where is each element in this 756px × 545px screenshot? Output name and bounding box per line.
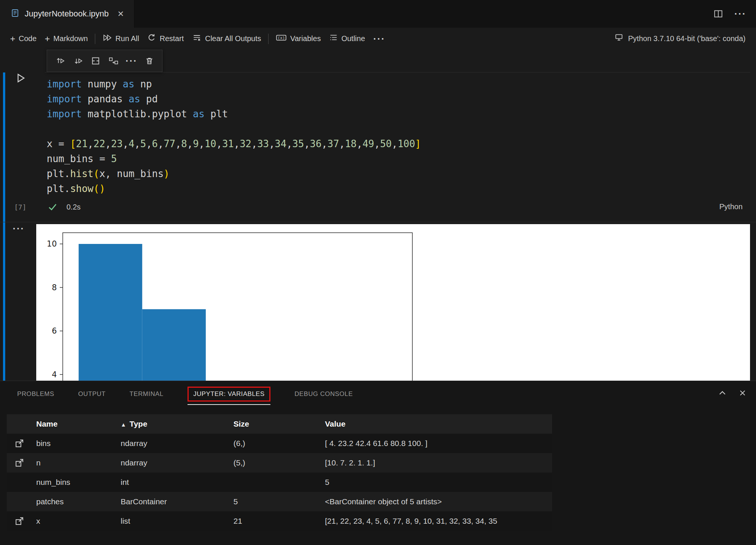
variable-name: x: [30, 517, 116, 526]
delete-cell-icon[interactable]: [141, 53, 158, 69]
code-line[interactable]: [47, 121, 421, 136]
toolbar-separator: [268, 34, 269, 44]
output-divider: [0, 222, 756, 222]
execute-above-icon[interactable]: [52, 53, 68, 69]
variable-row-x[interactable]: xlist21[21, 22, 23, 4, 5, 6, 77, 8, 9, 1…: [7, 511, 552, 531]
panel-tab-output[interactable]: OUTPUT: [78, 388, 105, 400]
kernel-picker[interactable]: Python 3.7.10 64-bit ('base': conda): [614, 33, 756, 44]
svg-text:6: 6: [52, 326, 57, 335]
add-markdown-cell-button[interactable]: + Markdown: [41, 32, 92, 46]
variable-row-n[interactable]: nndarray(5,)[10. 7. 2. 1. 1.]: [7, 453, 552, 473]
notebook-toolbar: + Code + Markdown Run All Restart: [0, 28, 756, 50]
variable-type: list: [116, 517, 227, 526]
execute-below-icon[interactable]: [69, 53, 86, 69]
clear-all-outputs-label: Clear All Outputs: [205, 34, 261, 43]
code-line[interactable]: import matplotlib.pyplot as plt: [47, 106, 421, 121]
execution-count: [7]: [14, 203, 27, 211]
variable-row-patches[interactable]: patchesBarContainer5<BarContainer object…: [7, 492, 552, 511]
histogram-figure: 46810: [36, 224, 750, 381]
cell-toolbar: ···: [47, 50, 162, 72]
editor-more-actions-icon[interactable]: ···: [734, 9, 746, 19]
variables-header-row: Name ▲Type Size Value: [7, 414, 552, 434]
variable-size: 21: [227, 517, 318, 526]
execution-duration: 0.2s: [66, 203, 81, 211]
open-in-data-viewer-icon[interactable]: [7, 516, 30, 526]
variable-name: num_bins: [30, 478, 116, 487]
svg-text:(x): (x): [278, 35, 285, 40]
run-cell-button[interactable]: [15, 72, 26, 86]
notebook-editor: ··· import numpy as npimport pandas as p…: [0, 50, 756, 381]
code-line[interactable]: num_bins = 5: [47, 151, 421, 166]
notebook-file-icon: [10, 9, 19, 19]
success-check-icon: [48, 202, 58, 213]
output-collapse-icon[interactable]: ···: [13, 224, 25, 233]
variable-size: (6,): [227, 439, 318, 448]
add-code-cell-button[interactable]: + Code: [6, 32, 41, 46]
cell-focus-indicator: [3, 72, 5, 381]
variable-name: patches: [30, 497, 116, 506]
cell-more-actions-icon[interactable]: ···: [123, 53, 140, 69]
plus-icon: +: [10, 34, 15, 43]
code-line[interactable]: plt.hist(x, num_bins): [47, 166, 421, 181]
outline-button[interactable]: Outline: [325, 31, 369, 46]
plus-icon: +: [45, 34, 50, 43]
clear-all-outputs-button[interactable]: Clear All Outputs: [188, 31, 265, 46]
outline-label: Outline: [341, 34, 365, 43]
variable-row-bins[interactable]: binsndarray(6,)[ 4. 23.2 42.4 61.6 80.8 …: [7, 434, 552, 453]
variable-size: 5: [227, 497, 318, 506]
restart-label: Restart: [159, 34, 183, 43]
header-size[interactable]: Size: [227, 419, 318, 428]
panel-actions: [718, 388, 747, 397]
code-line[interactable]: x = [21,22,23,4,5,6,77,8,9,10,31,32,33,3…: [47, 136, 421, 151]
variable-row-num_bins[interactable]: num_binsint5: [7, 473, 552, 492]
code-line[interactable]: import numpy as np: [47, 77, 421, 92]
tab-jupyternotebook[interactable]: JupyterNotebook.ipynb ×: [0, 0, 134, 28]
restart-icon: [147, 33, 156, 44]
clear-all-outputs-icon: [192, 33, 202, 44]
tab-bar: JupyterNotebook.ipynb × ···: [0, 0, 756, 28]
toolbar-more-icon[interactable]: ···: [369, 32, 389, 46]
bottom-panel: PROBLEMSOUTPUTTERMINALJUPYTER: VARIABLES…: [0, 381, 756, 545]
panel-tab-debug-console[interactable]: DEBUG CONSOLE: [294, 388, 353, 400]
variables-button[interactable]: (x) Variables: [272, 31, 325, 46]
close-panel-icon[interactable]: [738, 388, 747, 397]
cell-language[interactable]: Python: [719, 202, 743, 211]
split-editor-icon[interactable]: [713, 9, 723, 19]
tab-close-icon[interactable]: ×: [118, 9, 124, 19]
header-value[interactable]: Value: [318, 419, 552, 428]
kernel-icon: [614, 33, 623, 44]
variable-type: int: [116, 478, 227, 487]
editor-actions: ···: [713, 0, 756, 28]
open-in-data-viewer-icon[interactable]: [7, 458, 30, 468]
panel-tab-terminal[interactable]: TERMINAL: [130, 388, 164, 400]
variable-type: ndarray: [116, 439, 227, 448]
code-line[interactable]: plt.show(): [47, 181, 421, 196]
maximize-panel-icon[interactable]: [718, 388, 727, 397]
toolbar-separator: [95, 34, 95, 44]
open-in-data-viewer-icon[interactable]: [7, 439, 30, 448]
variable-name: n: [30, 458, 116, 467]
header-name[interactable]: Name: [30, 419, 116, 428]
variable-value: [10. 7. 2. 1. 1.]: [318, 458, 552, 467]
join-cells-icon[interactable]: [105, 53, 122, 69]
restart-button[interactable]: Restart: [143, 31, 188, 46]
panel-tab-problems[interactable]: PROBLEMS: [17, 388, 54, 400]
svg-text:4: 4: [52, 370, 57, 379]
variables-icon: (x): [276, 33, 287, 44]
code-lines[interactable]: import numpy as npimport pandas as pdimp…: [47, 77, 421, 196]
vscode-window: JupyterNotebook.ipynb × ··· + Code + Mar…: [0, 0, 756, 545]
header-type[interactable]: ▲Type: [116, 419, 227, 428]
cell-border: [45, 72, 750, 72]
variable-type: BarContainer: [116, 497, 227, 506]
sort-ascending-icon: ▲: [121, 421, 126, 428]
variable-size: (5,): [227, 458, 318, 467]
code-line[interactable]: import pandas as pd: [47, 92, 421, 106]
tab-title: JupyterNotebook.ipynb: [25, 9, 109, 19]
panel-tab-jupyter-variables[interactable]: JUPYTER: VARIABLES: [188, 387, 271, 402]
svg-text:10: 10: [47, 239, 57, 248]
run-all-button[interactable]: Run All: [98, 31, 143, 46]
variable-value: [ 4. 23.2 42.4 61.6 80.8 100. ]: [318, 439, 552, 448]
add-code-label: Code: [19, 34, 37, 43]
split-cell-icon[interactable]: [87, 53, 104, 69]
cell-status-bar: [7] 0.2s Python: [0, 200, 750, 215]
